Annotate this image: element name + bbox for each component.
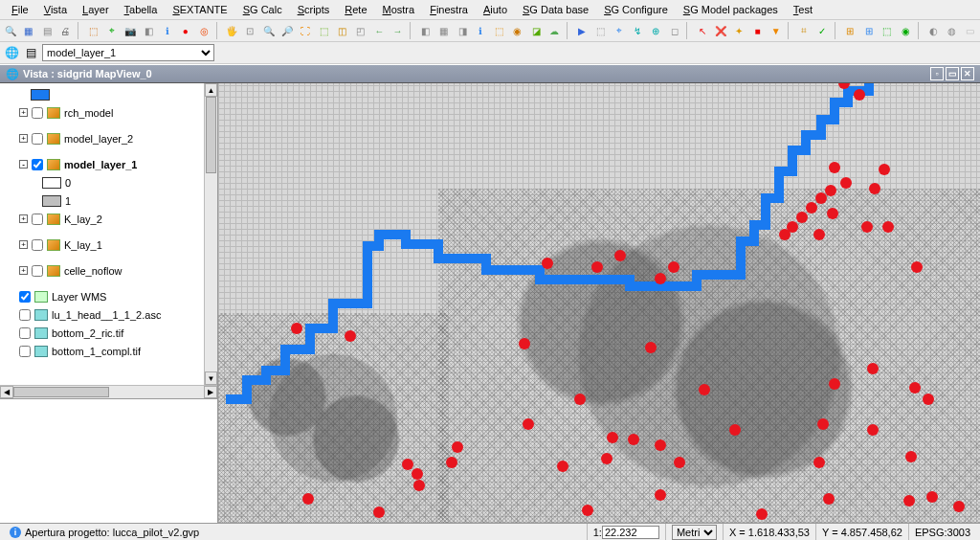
menu-tabella[interactable]: Tabella (117, 2, 166, 17)
menu-sg-calc[interactable]: SG Calc (235, 2, 290, 17)
toolbar-button-16[interactable]: 🔎 (278, 22, 295, 39)
toolbar-button-26[interactable]: ◨ (454, 22, 470, 39)
layer-item-rch-model[interactable]: +rch_model (0, 103, 204, 122)
toolbar-button-3[interactable]: 🖨 (57, 22, 74, 39)
toolbar-button-0[interactable]: 🔍 (2, 22, 18, 39)
layer-item-lu-1-head-1-1-2-asc[interactable]: lu_1_head__1_1_2.asc (0, 305, 204, 324)
menu-sg-configure[interactable]: SG Configure (596, 2, 676, 17)
layer-item-celle-noflow[interactable]: +celle_noflow (0, 261, 204, 280)
toolbar-button-54[interactable]: ◐ (925, 22, 942, 39)
toolbar-button-55[interactable]: ◍ (944, 22, 960, 39)
toolbar-button-37[interactable]: ⊕ (648, 22, 664, 39)
layer-item-model-layer-2[interactable]: +model_layer_2 (0, 129, 204, 147)
toolbar-button-30[interactable]: ◪ (527, 22, 544, 39)
scroll-down-icon[interactable]: ▼ (205, 371, 217, 385)
toolbar-button-10[interactable]: ● (177, 22, 193, 39)
hscroll-thumb[interactable] (13, 387, 109, 397)
menu-finestra[interactable]: Finestra (422, 2, 476, 17)
toolbar-button-24[interactable]: ◧ (417, 22, 434, 39)
menu-sextante[interactable]: SEXTANTE (165, 2, 234, 17)
menu-file[interactable]: File (4, 2, 36, 17)
toolbar-button-46[interactable]: ⌗ (795, 22, 812, 39)
layer-visibility-checkbox[interactable] (19, 291, 31, 303)
toolbar-button-20[interactable]: ◰ (352, 22, 368, 39)
scroll-thumb[interactable] (206, 97, 216, 173)
layer-item-k-lay-2[interactable]: +K_lay_2 (0, 210, 204, 228)
toolbar-button-25[interactable]: ▦ (435, 22, 452, 39)
toolbar-button-17[interactable]: ⛶ (298, 22, 314, 39)
layer-item-bottom-2-ric-tif[interactable]: bottom_2_ric.tif (0, 324, 204, 342)
window-min-icon[interactable]: ▫ (930, 67, 944, 80)
toolbar-button-22[interactable]: → (390, 22, 406, 39)
toolbar-button-42[interactable]: ✦ (731, 22, 747, 39)
menu-vista[interactable]: Vista (36, 2, 75, 17)
toolbar-button-33[interactable]: ▶ (574, 22, 590, 39)
menu-aiuto[interactable]: Aiuto (476, 2, 515, 17)
scroll-right-icon[interactable]: ▶ (204, 386, 217, 398)
menu-rete[interactable]: Rete (337, 2, 374, 17)
toc-vscrollbar[interactable]: ▲ ▼ (204, 83, 217, 385)
toolbar-button-38[interactable]: ◻ (666, 22, 682, 39)
layer-item-k-lay-1[interactable]: +K_lay_1 (0, 236, 204, 254)
toolbar-button-40[interactable]: ↖ (694, 22, 710, 39)
expander-icon[interactable]: - (19, 160, 28, 169)
toolbar-button-13[interactable]: 🖐 (224, 22, 240, 39)
map-canvas[interactable] (218, 83, 980, 523)
active-layer-select[interactable]: model_layer_1 (42, 44, 214, 61)
layer-visibility-checkbox[interactable] (32, 133, 43, 145)
scale-input[interactable] (602, 526, 659, 539)
toolbar-button-31[interactable]: ☁ (546, 22, 563, 39)
window-max-icon[interactable]: ▭ (946, 67, 959, 80)
toolbar-button-49[interactable]: ⊞ (842, 22, 858, 39)
units-select[interactable]: Metri (672, 525, 717, 540)
layer-item-layer-wms[interactable]: Layer WMS (0, 287, 204, 305)
toolbar-button-15[interactable]: 🔍 (260, 22, 277, 39)
menu-test[interactable]: Test (786, 2, 820, 17)
toolbar-button-6[interactable]: ⌖ (103, 22, 120, 39)
toolbar-button-41[interactable]: ❌ (712, 22, 728, 39)
layer-item-bottom-1-compl-tif[interactable]: bottom_1_compl.tif (0, 342, 204, 360)
layer-visibility-checkbox[interactable] (19, 327, 31, 339)
toolbar-button-18[interactable]: ⬚ (316, 22, 332, 39)
menu-scripts[interactable]: Scripts (290, 2, 338, 17)
expander-icon[interactable]: + (19, 134, 28, 143)
menu-mostra[interactable]: Mostra (375, 2, 423, 17)
toolbar-button-7[interactable]: 📷 (122, 22, 138, 39)
toolbar-button-19[interactable]: ◫ (334, 22, 350, 39)
toolbar-button-43[interactable]: ■ (749, 22, 766, 39)
scroll-up-icon[interactable]: ▲ (205, 83, 217, 97)
layer-visibility-checkbox[interactable] (32, 239, 43, 251)
layer-item-model-layer-1[interactable]: -model_layer_1 (0, 155, 204, 173)
layer-visibility-checkbox[interactable] (32, 159, 43, 170)
toolbar-button-9[interactable]: ℹ (159, 22, 175, 39)
layer-visibility-checkbox[interactable] (32, 107, 43, 119)
expander-icon[interactable]: + (19, 108, 28, 117)
menu-sg-model-packages[interactable]: SG Model packages (676, 2, 786, 17)
layer-visibility-checkbox[interactable] (19, 346, 31, 357)
toolbar-button-35[interactable]: ⌖ (611, 22, 627, 39)
toolbar-button-52[interactable]: ◉ (897, 22, 913, 39)
toolbar-button-50[interactable]: ⊞ (860, 22, 877, 39)
menu-layer[interactable]: Layer (75, 2, 117, 17)
toolbar-button-27[interactable]: ℹ (473, 22, 489, 39)
expander-icon[interactable]: + (19, 214, 28, 223)
layer-visibility-checkbox[interactable] (19, 309, 31, 321)
toolbar-button-56[interactable]: ▭ (962, 22, 978, 39)
toc-hscrollbar[interactable]: ◀ ▶ (0, 385, 217, 398)
layer-tree[interactable]: +rch_model+model_layer_2-model_layer_101… (0, 83, 204, 385)
expander-icon[interactable]: + (19, 266, 28, 275)
toolbar-button-8[interactable]: ◧ (141, 22, 157, 39)
toolbar-button-34[interactable]: ⬚ (592, 22, 609, 39)
toolbar-button-36[interactable]: ↯ (630, 22, 646, 39)
layer-visibility-checkbox[interactable] (32, 214, 43, 225)
expander-icon[interactable]: + (19, 240, 28, 249)
toolbar-button-14[interactable]: ⊡ (242, 22, 258, 39)
scroll-left-icon[interactable]: ◀ (0, 386, 13, 398)
toolbar-button-11[interactable]: ◎ (195, 22, 212, 39)
toolbar-button-5[interactable]: ⬚ (85, 22, 101, 39)
toolbar-button-51[interactable]: ⬚ (879, 22, 895, 39)
toolbar-button-44[interactable]: ▼ (768, 22, 784, 39)
toolbar-button-47[interactable]: ✓ (814, 22, 831, 39)
layer-visibility-checkbox[interactable] (32, 265, 43, 277)
toolbar-button-2[interactable]: ▤ (39, 22, 56, 39)
